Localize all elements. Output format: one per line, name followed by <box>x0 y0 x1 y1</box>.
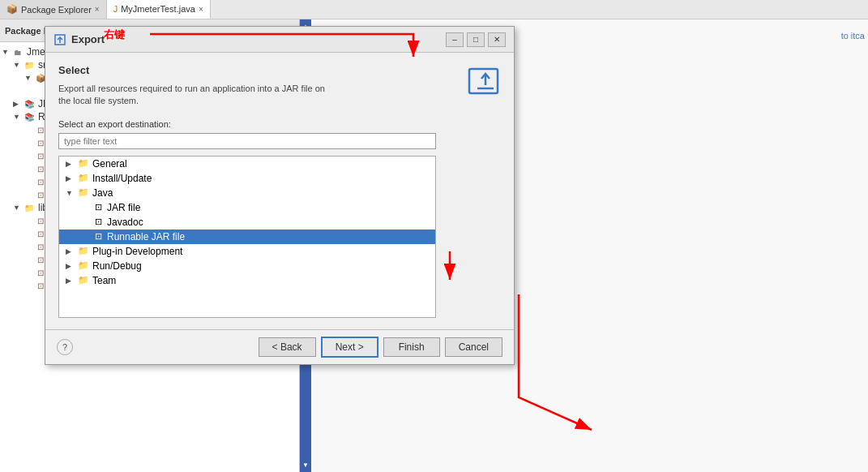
export-tree-item-javadoc[interactable]: ⊡ Javadoc <box>59 215 435 230</box>
dialog-description: Export all resources required to run an … <box>58 83 436 108</box>
side-bar-arrow-down[interactable]: ▼ <box>302 461 309 469</box>
export-tree-item-java[interactable]: ▼ 📁 Java <box>59 186 435 200</box>
finish-button[interactable]: Finish <box>383 337 440 357</box>
dialog-footer: ? < Back Next > Finish Cancel <box>45 329 514 364</box>
export-tree-item-plugin_dev[interactable]: ▶ 📁 Plug-in Development <box>59 244 435 259</box>
tab-package-explorer-close[interactable]: × <box>95 5 100 14</box>
dialog-destination-label: Select an export destination: <box>58 119 436 129</box>
export-tree-item-run_debug[interactable]: ▶ 📁 Run/Debug <box>59 259 435 273</box>
dialog-side-icon <box>449 53 514 329</box>
tab-java-file-label: MyJmeterTest.java <box>121 4 195 14</box>
dialog-minimize-btn[interactable]: – <box>446 32 464 47</box>
export-dialog: Export – □ ✕ Select Export all resources… <box>45 26 515 365</box>
tab-java-file-close[interactable]: × <box>199 5 203 14</box>
editor-url-right: to itca <box>838 28 868 44</box>
dialog-close-btn[interactable]: ✕ <box>488 32 506 47</box>
java-file-icon: J <box>113 4 118 14</box>
export-tree-item-jar_file[interactable]: ⊡ JAR file <box>59 200 435 215</box>
dialog-body: Select Export all resources required to … <box>45 53 514 329</box>
filter-input[interactable] <box>58 133 436 149</box>
tab-package-explorer[interactable]: 📦 Package Explorer × <box>0 0 107 19</box>
dialog-section-title: Select <box>58 64 436 76</box>
svg-rect-2 <box>469 69 498 93</box>
dialog-main: Select Export all resources required to … <box>45 53 449 329</box>
export-tree-item-runnable_jar[interactable]: ⊡ Runnable JAR file <box>59 230 435 244</box>
export-tree-item-team[interactable]: ▶ 📁 Team <box>59 273 435 288</box>
dialog-title: Export <box>71 33 446 45</box>
tab-bar: 📦 Package Explorer × J MyJmeterTest.java… <box>0 0 868 19</box>
cancel-button[interactable]: Cancel <box>445 337 502 357</box>
next-button[interactable]: Next > <box>321 337 378 358</box>
export-tree-item-install[interactable]: ▶ 📁 Install/Update <box>59 171 435 186</box>
export-big-icon <box>465 61 506 101</box>
dialog-maximize-btn[interactable]: □ <box>467 32 485 47</box>
dialog-titlebar: Export – □ ✕ <box>45 27 514 53</box>
export-tree-list[interactable]: ▶ 📁 General ▶ 📁 Install/Update ▼ 📁 Java … <box>58 156 436 318</box>
tab-package-explorer-label: Package Explorer <box>21 5 92 15</box>
export-tree-item-general[interactable]: ▶ 📁 General <box>59 157 435 171</box>
dialog-win-buttons: – □ ✕ <box>446 32 506 47</box>
back-button[interactable]: < Back <box>259 337 316 357</box>
help-button[interactable]: ? <box>57 339 73 355</box>
export-dialog-icon <box>53 33 66 46</box>
package-explorer-icon: 📦 <box>6 4 18 15</box>
tab-java-file[interactable]: J MyJmeterTest.java × <box>107 0 211 19</box>
